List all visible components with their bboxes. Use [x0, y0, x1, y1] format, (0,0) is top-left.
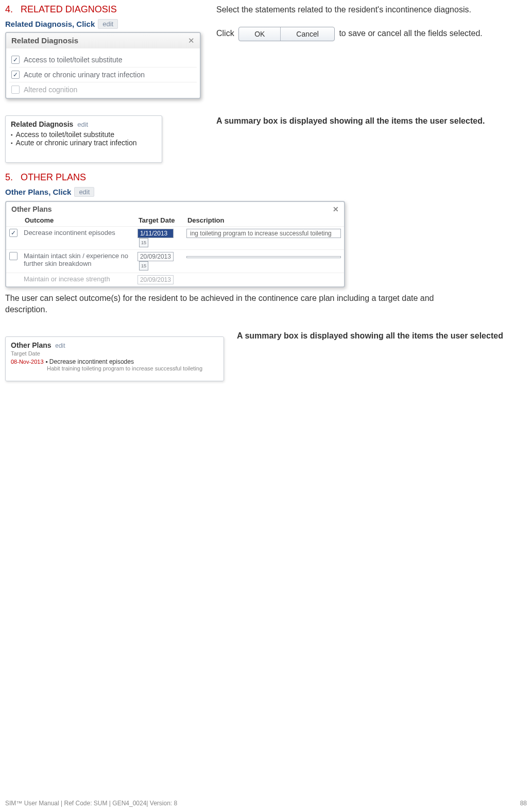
summary-desc: Habit training toileting program to incr…	[47, 365, 218, 371]
section4-title: RELATED DIAGNOSIS	[21, 4, 117, 14]
calendar-icon[interactable]: 15	[139, 261, 148, 270]
edit-chip[interactable]: edit	[74, 187, 94, 197]
checkbox-icon[interactable]	[9, 229, 18, 237]
dialog-title: Other Plans	[11, 205, 52, 213]
summary-item: Acute or chronic urinary tract infection	[11, 139, 157, 147]
section5-subhead: Other Plans, Click edit	[5, 187, 94, 197]
tail-text: to save or cancel all the fields selecte…	[339, 29, 482, 38]
col-outcome: Outcome	[21, 214, 134, 227]
table-row: Maintain intact skin / experience no fur…	[6, 250, 344, 273]
checkbox-icon[interactable]	[11, 86, 20, 94]
dialog-title: Related Diagnosis	[11, 36, 78, 45]
diagnosis-option[interactable]: Altered cognition	[9, 82, 197, 97]
col-desc: Description	[183, 214, 344, 227]
checkbox-icon[interactable]	[11, 71, 20, 79]
date-input[interactable]: 20/09/2013	[138, 252, 174, 261]
summary-item: Access to toilet/toilet substitute	[11, 130, 157, 139]
summary-date: 08-Nov-2013	[11, 359, 44, 365]
summary-sublabel: Target Date	[11, 350, 218, 357]
diagnosis-option[interactable]: Access to toilet/toilet substitute	[9, 53, 197, 67]
section4-heading: 4. RELATED DIAGNOSIS	[5, 4, 211, 15]
cancel-button[interactable]: Cancel	[281, 27, 334, 41]
ok-cancel-buttonbar: OK Cancel	[238, 27, 335, 41]
click-word: Click	[216, 29, 234, 38]
section4-ok-cancel-line: Click OK Cancel to save or cancel all th…	[216, 27, 527, 41]
description-input[interactable]: ing toileting program to increase succes…	[186, 229, 341, 238]
section5-summary-note: A summary box is displayed showing all t…	[237, 330, 527, 342]
outcome-cell: Maintain or increase strength	[21, 273, 134, 287]
footer-page-number: 88	[520, 800, 527, 807]
section5-title: OTHER PLANS	[21, 172, 86, 182]
section4-subhead: Related Diagnosis, Click edit	[5, 19, 118, 29]
table-row: Decrease incontinent episodes 1/11/2013 …	[6, 227, 344, 250]
related-diagnosis-summary: Related Diagnosis edit Access to toilet/…	[5, 115, 162, 163]
summary-edit-link[interactable]: edit	[55, 342, 65, 349]
related-diagnosis-dialog: Related Diagnosis ✕ Access to toilet/toi…	[5, 32, 201, 99]
section4-num: 4.	[5, 4, 13, 14]
ok-button[interactable]: OK	[239, 27, 281, 41]
close-icon[interactable]: ✕	[333, 205, 339, 213]
section5-num: 5.	[5, 172, 13, 182]
section5-paragraph: The user can select outcome(s) for the r…	[5, 293, 458, 315]
summary-title: Related Diagnosis	[11, 120, 73, 128]
option-label: Acute or chronic urinary tract infection	[24, 71, 145, 79]
other-plans-summary: Other Plans edit Target Date 08-Nov-2013…	[5, 336, 224, 381]
other-plans-dialog: Other Plans ✕ Outcome Target Date Descri…	[5, 201, 345, 287]
outcome-cell: Maintain intact skin / experience no fur…	[21, 250, 134, 273]
summary-bullet: Decrease incontinent episodes	[49, 358, 134, 365]
close-icon[interactable]: ✕	[188, 36, 195, 45]
date-input[interactable]: 20/09/2013	[138, 275, 174, 284]
outcome-cell: Decrease incontinent episodes	[21, 227, 134, 250]
section4-instruction1: Select the statements related to the res…	[216, 4, 527, 15]
summary-title: Other Plans	[11, 341, 52, 349]
option-label: Altered cognition	[24, 86, 77, 94]
col-target: Target Date	[134, 214, 183, 227]
footer-left: SIM™ User Manual | Ref Code: SUM | GEN4_…	[5, 800, 177, 807]
date-input[interactable]: 1/11/2013	[138, 229, 174, 238]
page-footer: SIM™ User Manual | Ref Code: SUM | GEN4_…	[5, 800, 527, 807]
description-input[interactable]	[186, 256, 341, 258]
section5-subhead-text: Other Plans, Click	[5, 188, 71, 196]
section4-subhead-text: Related Diagnosis, Click	[5, 20, 95, 28]
checkbox-icon[interactable]	[11, 56, 20, 64]
section4-summary-note: A summary box is displayed showing all t…	[216, 115, 527, 127]
summary-edit-link[interactable]: edit	[77, 121, 88, 128]
checkbox-icon[interactable]	[9, 252, 18, 260]
option-label: Access to toilet/toilet substitute	[24, 56, 122, 64]
edit-chip[interactable]: edit	[98, 19, 118, 29]
table-row: Maintain or increase strength 20/09/2013	[6, 273, 344, 287]
diagnosis-option[interactable]: Acute or chronic urinary tract infection	[9, 67, 197, 82]
section5-heading: 5. OTHER PLANS	[5, 172, 527, 183]
calendar-icon[interactable]: 15	[139, 238, 148, 247]
